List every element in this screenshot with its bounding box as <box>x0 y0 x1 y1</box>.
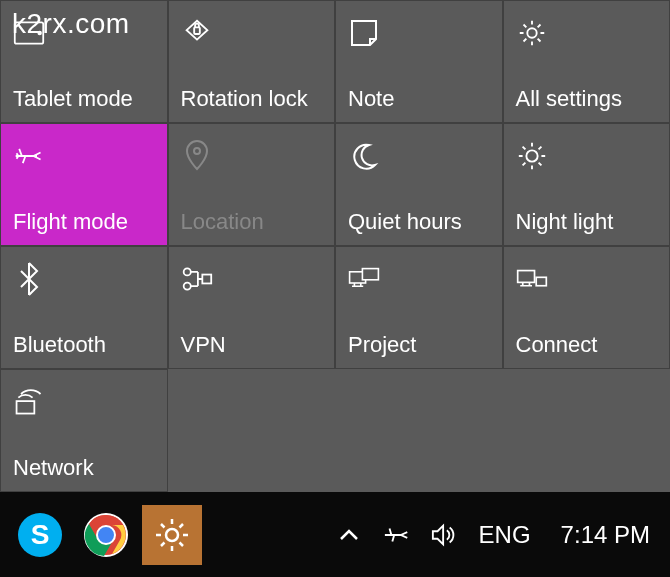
project-icon <box>348 263 380 295</box>
gear-icon <box>516 17 548 49</box>
tile-bluetooth[interactable]: Bluetooth <box>0 246 168 369</box>
tile-label: Rotation lock <box>181 86 323 112</box>
network-icon <box>13 386 45 418</box>
tray-language[interactable]: ENG <box>479 521 531 549</box>
site-watermark: k2rx.com <box>12 8 130 40</box>
tile-project[interactable]: Project <box>335 246 503 369</box>
tile-label: Flight mode <box>13 209 155 235</box>
svg-point-12 <box>194 148 200 154</box>
tile-night-light[interactable]: Night light <box>503 123 671 246</box>
system-tray: ENG 7:14 PM <box>335 521 660 549</box>
airplane-icon <box>13 140 45 172</box>
svg-point-14 <box>183 268 190 275</box>
connect-icon <box>516 263 548 295</box>
tile-label: Bluetooth <box>13 332 155 358</box>
action-center-panel: Tablet mode Rotation lock Note All setti… <box>0 0 670 492</box>
tile-label: Connect <box>516 332 658 358</box>
svg-text:S: S <box>31 519 50 550</box>
tile-location[interactable]: Location <box>168 123 336 246</box>
location-icon <box>181 140 213 172</box>
tile-label: Project <box>348 332 490 358</box>
tile-quiet-hours[interactable]: Quiet hours <box>335 123 503 246</box>
tile-label: Quiet hours <box>348 209 490 235</box>
tray-volume-icon[interactable] <box>431 521 459 549</box>
app-settings[interactable] <box>142 505 202 565</box>
vpn-icon <box>181 263 213 295</box>
tile-connect[interactable]: Connect <box>503 246 671 369</box>
svg-rect-16 <box>202 275 211 284</box>
tile-label: Location <box>181 209 323 235</box>
svg-point-28 <box>166 529 178 541</box>
tray-overflow-icon[interactable] <box>335 521 363 549</box>
tile-all-settings[interactable]: All settings <box>503 0 671 123</box>
svg-rect-20 <box>536 277 546 285</box>
tile-label: All settings <box>516 86 658 112</box>
svg-point-11 <box>527 28 536 37</box>
tile-rotation-lock[interactable]: Rotation lock <box>168 0 336 123</box>
svg-point-15 <box>183 283 190 290</box>
tray-airplane-icon[interactable] <box>383 521 411 549</box>
tray-clock[interactable]: 7:14 PM <box>551 521 660 549</box>
tile-note[interactable]: Note <box>335 0 503 123</box>
tile-label: Network <box>13 455 155 481</box>
note-icon <box>348 17 380 49</box>
moon-icon <box>348 140 380 172</box>
tile-vpn[interactable]: VPN <box>168 246 336 369</box>
brightness-icon <box>516 140 548 172</box>
bluetooth-icon <box>13 263 45 295</box>
app-chrome[interactable] <box>76 505 136 565</box>
svg-point-13 <box>526 150 537 161</box>
svg-rect-19 <box>517 271 534 283</box>
tile-label: Note <box>348 86 490 112</box>
tile-label: Tablet mode <box>13 86 155 112</box>
taskbar-apps: S <box>10 505 202 565</box>
tile-label: VPN <box>181 332 323 358</box>
svg-rect-18 <box>362 269 378 280</box>
app-skype[interactable]: S <box>10 505 70 565</box>
rotation-lock-icon <box>181 17 213 49</box>
taskbar: S ENG 7:14 PM <box>0 492 670 577</box>
tile-network[interactable]: Network <box>0 369 168 492</box>
tile-flight-mode[interactable]: Flight mode <box>0 123 168 246</box>
svg-rect-21 <box>17 401 35 413</box>
tile-label: Night light <box>516 209 658 235</box>
svg-rect-10 <box>194 27 200 34</box>
